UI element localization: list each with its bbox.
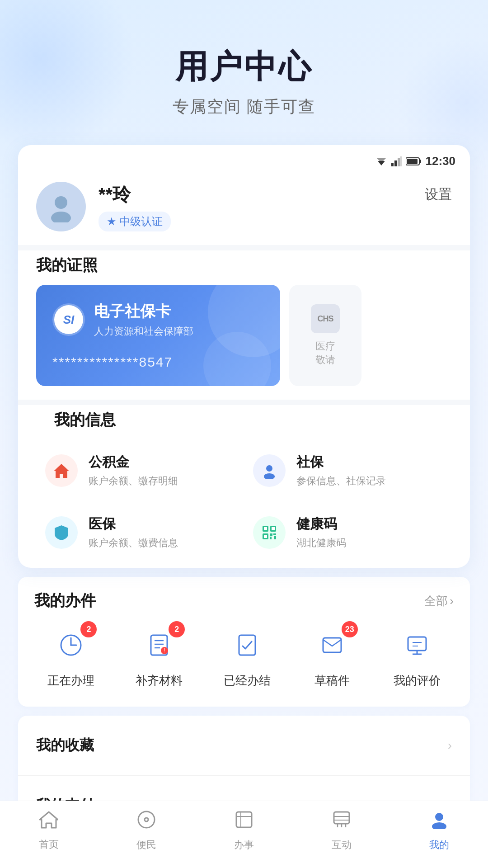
- status-time: 12:30: [426, 154, 456, 168]
- shebao-desc: 参保信息、社保记录: [296, 474, 386, 488]
- nav-item-home[interactable]: 首页: [17, 811, 80, 851]
- user-profile: **玲 ★ 中级认证 设置: [18, 173, 470, 245]
- gongjijin-name: 公积金: [89, 453, 178, 472]
- svg-rect-8: [407, 159, 418, 164]
- jiankangma-icon: [253, 516, 286, 549]
- svg-rect-19: [264, 535, 267, 538]
- settings-button[interactable]: 设置: [425, 185, 452, 204]
- battery-icon: [406, 157, 421, 166]
- svg-point-52: [435, 813, 443, 821]
- cert-subtitle: 人力资源和社会保障部: [94, 325, 193, 338]
- svg-rect-3: [394, 160, 397, 166]
- my-business-section: 我的办件 全部 › 2 正在办理: [18, 577, 470, 707]
- favorites-label: 我的收藏: [36, 736, 94, 755]
- cert-title-group: 电子社保卡 人力资源和社会保障部: [94, 301, 193, 338]
- jiankangma-text: 健康码 湖北健康码: [296, 515, 346, 550]
- cert-number: **************8547: [52, 354, 264, 370]
- info-item-jiankangma[interactable]: 健康码 湖北健康码: [244, 501, 452, 563]
- avatar: [36, 182, 86, 231]
- svg-rect-35: [408, 637, 426, 651]
- processing-icon-wrapper: 2: [51, 625, 91, 665]
- nav-item-mine[interactable]: 我的: [408, 810, 471, 852]
- svg-point-9: [55, 196, 67, 209]
- svg-point-42: [145, 818, 148, 821]
- gongjijin-desc: 账户余额、缴存明细: [89, 474, 178, 488]
- list-item-favorites[interactable]: 我的收藏 ›: [18, 716, 470, 776]
- yibao-desc: 账户余额、缴费信息: [89, 536, 178, 550]
- yibao-text: 医保 账户余额、缴费信息: [89, 515, 178, 550]
- certificate-scroll: SI 电子社保卡 人力资源和社会保障部 **************8547 C…: [18, 285, 470, 386]
- biz-item-supplement[interactable]: ! 2 补齐材料: [136, 625, 183, 689]
- divider-2: [18, 400, 470, 405]
- page-header: 用户中心 专属空间 随手可查: [0, 0, 488, 136]
- jiankangma-desc: 湖北健康码: [296, 536, 346, 550]
- biz-item-completed[interactable]: 已经办结: [224, 625, 271, 689]
- jiankangma-name: 健康码: [296, 515, 346, 533]
- info-item-gongjijin[interactable]: 公积金 账户余额、缴存明细: [36, 439, 244, 501]
- completed-label: 已经办结: [224, 673, 271, 689]
- processing-badge: 2: [80, 621, 97, 637]
- interaction-nav-icon: [332, 810, 351, 834]
- nav-item-interaction[interactable]: 互动: [310, 810, 373, 852]
- draft-badge: 23: [342, 621, 358, 637]
- nav-item-convenience[interactable]: 便民: [115, 810, 178, 852]
- gongjijin-text: 公积金 账户余额、缴存明细: [89, 453, 178, 488]
- info-item-shebao[interactable]: 社保 参保信息、社保记录: [244, 439, 452, 501]
- my-info-title: 我的信息: [36, 405, 452, 439]
- social-security-card[interactable]: SI 电子社保卡 人力资源和社会保障部 **************8547: [36, 285, 280, 386]
- biz-item-review[interactable]: 我的评价: [394, 625, 441, 689]
- home-nav-label: 首页: [39, 838, 59, 851]
- svg-rect-7: [419, 160, 421, 163]
- cert-title: 电子社保卡: [94, 301, 193, 322]
- home-nav-icon: [39, 811, 58, 833]
- main-card: 12:30 **玲 ★ 中级认证 设置 我的证照 SI: [18, 145, 470, 568]
- svg-marker-1: [376, 158, 386, 163]
- page-title: 用户中心: [18, 45, 470, 89]
- supplement-badge: 2: [169, 621, 185, 637]
- draft-icon-wrapper: 23: [312, 625, 352, 665]
- info-item-yibao[interactable]: 医保 账户余额、缴费信息: [36, 501, 244, 563]
- svg-rect-21: [273, 533, 276, 535]
- svg-rect-4: [398, 158, 400, 166]
- biz-item-draft[interactable]: 23 草稿件: [312, 625, 352, 689]
- completed-icon-wrapper: [227, 625, 267, 665]
- user-info: **玲 ★ 中级认证: [99, 182, 452, 231]
- cert-gray-logo: CHS: [311, 304, 340, 333]
- business-header: 我的办件 全部 ›: [18, 590, 470, 620]
- all-chevron-icon: ›: [450, 594, 454, 608]
- svg-point-41: [138, 811, 155, 828]
- affairs-nav-label: 办事: [234, 838, 254, 852]
- svg-point-10: [51, 212, 71, 222]
- badge-label: 中级认证: [119, 214, 163, 229]
- svg-rect-17: [264, 527, 267, 530]
- info-grid: 公积金 账户余额、缴存明细 社保 参保信息、社保记录: [36, 439, 452, 563]
- svg-rect-5: [400, 156, 402, 166]
- biz-item-processing[interactable]: 2 正在办理: [47, 625, 94, 689]
- shebao-name: 社保: [296, 453, 386, 472]
- business-items: 2 正在办理 ! 2 补齐材料: [18, 620, 470, 693]
- status-bar: 12:30: [18, 145, 470, 173]
- nav-item-affairs[interactable]: 办事: [212, 810, 276, 852]
- supplement-icon-wrapper: ! 2: [139, 625, 179, 665]
- svg-rect-33: [239, 635, 255, 655]
- shebao-icon: [253, 454, 286, 487]
- shebao-person-icon: [261, 462, 278, 479]
- svg-text:!: !: [164, 647, 165, 654]
- affairs-nav-icon: [235, 810, 253, 834]
- certificates-section: 我的证照 SI 电子社保卡 人力资源和社会保障部 **************8…: [18, 250, 470, 400]
- svg-rect-34: [323, 638, 341, 652]
- signal-icon: [391, 156, 402, 166]
- mine-nav-label: 我的: [429, 838, 449, 852]
- gongjijin-icon: [45, 454, 78, 487]
- review-label: 我的评价: [394, 673, 441, 689]
- bottom-nav: 首页 便民 办事: [0, 801, 488, 868]
- avatar-icon: [45, 191, 77, 222]
- svg-point-12: [266, 465, 272, 472]
- all-link[interactable]: 全部 ›: [424, 593, 454, 609]
- completed-icon: [227, 625, 267, 665]
- svg-rect-22: [270, 537, 272, 539]
- shield-icon: [53, 524, 70, 541]
- certificates-section-title: 我的证照: [18, 250, 470, 285]
- svg-rect-46: [334, 812, 349, 824]
- medical-card[interactable]: CHS 医疗敬请: [289, 285, 361, 386]
